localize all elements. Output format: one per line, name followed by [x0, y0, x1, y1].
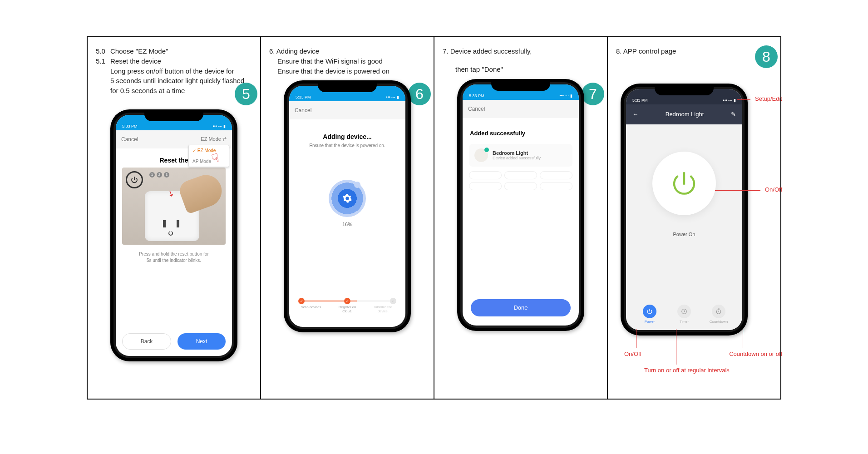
- phone-7: 5:33 PM••• ⁓ ▮ Cancel Added successfully…: [457, 79, 584, 331]
- step7-l2: then tap "Done": [455, 64, 599, 74]
- room-slots: [469, 171, 572, 190]
- status-icons: ••• ⁓ ▮: [560, 94, 572, 98]
- mode-dropdown[interactable]: ✓ EZ Mode AP Mode: [188, 145, 229, 167]
- status-time: 5:33 PM: [296, 95, 311, 99]
- panel-7: 7. Device added successfully, then tap "…: [434, 37, 607, 399]
- status-icons: ••• ⁓ ▮: [213, 124, 226, 128]
- device-name: Bedroom Light: [493, 150, 541, 156]
- adding-subtitle: Ensure that the device is powered on.: [296, 143, 399, 148]
- progress-spinner: [329, 180, 366, 217]
- panel-6: 6. Adding device Ensure that the WiFi si…: [260, 37, 434, 399]
- rail-register: Register on Cloud.: [336, 305, 359, 313]
- step-dots: 123: [149, 172, 169, 178]
- step5-1-text: Reset the device: [110, 56, 161, 66]
- mode-option-ap[interactable]: AP Mode: [189, 156, 229, 167]
- success-title: Added successfully: [470, 130, 572, 137]
- panel-8: 8. APP control page 8 5:33 PM••• ⁓ ▮ ← B…: [607, 37, 781, 399]
- step5-0-num: 5.0: [96, 46, 110, 56]
- step5-desc3: for 0.5 seconds at a time: [110, 86, 252, 96]
- status-icons: ••• ⁓ ▮: [386, 95, 399, 99]
- step8-title: 8. APP control page: [616, 46, 772, 56]
- step7-title: 7. Device added successfully,: [443, 46, 599, 56]
- cancel-button[interactable]: Cancel: [468, 106, 485, 112]
- edit-icon[interactable]: ✎: [731, 111, 736, 118]
- step6-text: 6. Adding device Ensure that the WiFi si…: [269, 46, 425, 76]
- reset-device-image: 123 ↘: [122, 168, 226, 245]
- power-icon-overlay: [126, 171, 143, 188]
- step6-l2: Ensure that the WiFi signal is good: [277, 56, 425, 66]
- device-status: Device added successfully: [493, 156, 541, 160]
- mode-selector[interactable]: EZ Mode ⇄: [201, 136, 227, 142]
- tab-timer[interactable]: Timer: [671, 305, 698, 324]
- status-time: 5:33 PM: [469, 94, 484, 98]
- step5-0-text: Choose "EZ Mode": [110, 46, 168, 56]
- step6-l3: Ensure that the device is powered on: [277, 66, 425, 76]
- callout-onoff-big: On/Off: [765, 186, 782, 193]
- control-title: Bedroom Light: [638, 111, 731, 118]
- countdown-icon: [715, 308, 722, 315]
- step-badge-6: 6: [408, 83, 431, 105]
- power-state-label: Power On: [626, 232, 742, 237]
- step8-text: 8. APP control page: [616, 46, 772, 56]
- callout-countdown: Countdown on or off: [729, 350, 782, 357]
- phone-6: 5:33 PM••• ⁓ ▮ Cancel Adding device... E…: [284, 80, 411, 332]
- power-toggle-button[interactable]: [652, 152, 716, 215]
- tab-power[interactable]: Power: [636, 305, 663, 324]
- step7-text: 7. Device added successfully, then tap "…: [443, 46, 599, 74]
- tab-countdown[interactable]: Countdown: [705, 305, 732, 324]
- progress-rail: ✓✓○ Scan devices. Register on Cloud. Ini…: [300, 301, 395, 313]
- rail-init: Initialize the device.: [372, 305, 395, 313]
- phone-5: 5:33 PM••• ⁓ ▮ Cancel EZ Mode ⇄ ✓ EZ Mod…: [110, 109, 237, 361]
- instruction-page: 5.0Choose "EZ Mode" 5.1Reset the device …: [87, 36, 781, 400]
- callout-edit: Setup/Edit: [755, 95, 782, 102]
- step5-text: 5.0Choose "EZ Mode" 5.1Reset the device …: [96, 46, 252, 96]
- next-button[interactable]: Next: [178, 333, 226, 350]
- cancel-button[interactable]: Cancel: [121, 136, 138, 143]
- progress-percent: 16%: [296, 222, 399, 227]
- panel-5: 5.0Choose "EZ Mode" 5.1Reset the device …: [87, 37, 260, 399]
- back-button[interactable]: Back: [122, 333, 171, 350]
- rail-scan: Scan devices.: [300, 305, 323, 313]
- step5-1-num: 5.1: [96, 56, 110, 66]
- status-icons: ••• ⁓ ▮: [723, 98, 736, 103]
- clock-icon: [681, 308, 687, 315]
- callout-onoff: On/Off: [624, 350, 641, 357]
- callout-timer: Turn on or off at regular intervals: [644, 367, 730, 374]
- step-badge-7: 7: [582, 83, 604, 105]
- navbar: Cancel: [463, 100, 579, 118]
- phone-8: 5:33 PM••• ⁓ ▮ ← Bedroom Light ✎ Power O…: [621, 84, 748, 336]
- screen-7: 5:33 PM••• ⁓ ▮ Cancel Added successfully…: [463, 84, 579, 326]
- adding-title: Adding device...: [296, 133, 399, 140]
- cancel-button[interactable]: Cancel: [295, 107, 311, 114]
- step-badge-8: 8: [755, 45, 778, 68]
- step6-title: 6. Adding device: [269, 46, 425, 56]
- gear-icon: [342, 193, 352, 203]
- status-time: 5:33 PM: [122, 124, 138, 128]
- navbar: Cancel: [289, 101, 405, 119]
- step5-desc2: 5 seconds until indicator light quickly …: [110, 76, 252, 86]
- power-icon: [669, 168, 699, 198]
- reset-caption: Press and hold the reset button for5s un…: [122, 251, 226, 264]
- screen-5: 5:33 PM••• ⁓ ▮ Cancel EZ Mode ⇄ ✓ EZ Mod…: [116, 115, 232, 356]
- back-icon[interactable]: ←: [632, 111, 638, 118]
- control-tabs: Power Timer Countdown: [626, 305, 742, 324]
- status-time: 5:33 PM: [632, 98, 648, 103]
- control-header: ← Bedroom Light ✎: [626, 104, 742, 124]
- mode-option-ez[interactable]: ✓ EZ Mode: [189, 145, 229, 156]
- screen-8: 5:33 PM••• ⁓ ▮ ← Bedroom Light ✎ Power O…: [626, 89, 742, 330]
- power-icon: [646, 308, 653, 315]
- step-badge-5: 5: [235, 83, 257, 105]
- done-button[interactable]: Done: [471, 299, 571, 316]
- screen-6: 5:33 PM••• ⁓ ▮ Cancel Adding device... E…: [289, 86, 405, 327]
- device-card[interactable]: Bedroom Light Device added successfully: [469, 144, 572, 167]
- device-icon: [474, 148, 488, 162]
- step5-desc1: Long press on/off button of the device f…: [110, 66, 252, 76]
